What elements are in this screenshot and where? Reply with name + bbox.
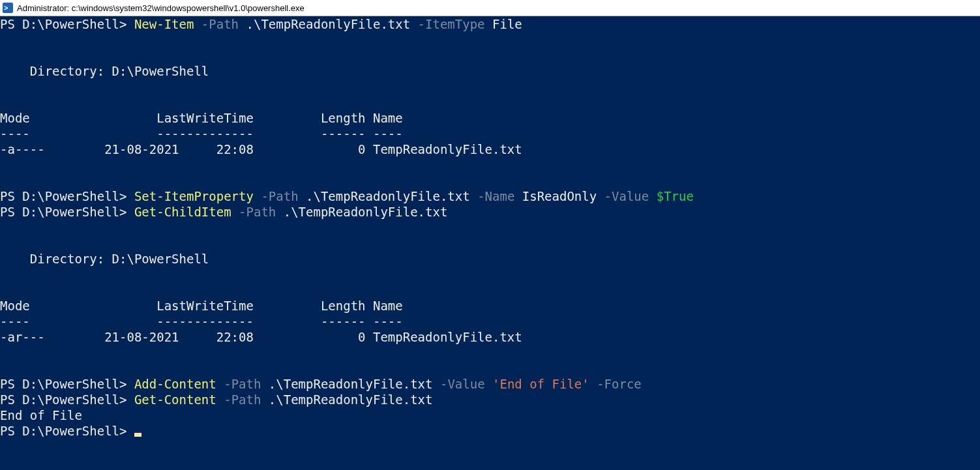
param: -Name <box>470 189 515 203</box>
cmdlet: Get-Content <box>134 392 216 407</box>
cmdlet: New-Item <box>134 17 194 31</box>
arg: .\TempReadonlyFile.txt <box>239 17 410 31</box>
arg: .\TempReadonlyFile.txt <box>261 377 432 391</box>
arg: .\TempReadonlyFile.txt <box>276 205 447 219</box>
arg: IsReadOnly <box>514 189 597 203</box>
window-titlebar[interactable]: Administrator: c:\windows\system32\windo… <box>0 0 980 16</box>
string-literal: 'End of File' <box>485 377 589 391</box>
table-separator: ---- ------------- ------ ---- <box>0 126 403 141</box>
param: -Path <box>231 205 276 219</box>
param: -Path <box>194 17 239 31</box>
table-row: -a---- 21-08-2021 22:08 0 TempReadonlyFi… <box>0 142 522 156</box>
cursor <box>134 433 141 437</box>
prompt: PS D:\PowerShell> <box>0 205 134 219</box>
prompt: PS D:\PowerShell> <box>0 377 134 391</box>
arg: .\TempReadonlyFile.txt <box>299 189 470 203</box>
output-line: End of File <box>0 408 82 422</box>
cmdlet: Add-Content <box>134 377 216 391</box>
table-header: Mode LastWriteTime Length Name <box>0 111 403 125</box>
cmdlet: Get-ChildItem <box>134 205 231 219</box>
window-title: Administrator: c:\windows\system32\windo… <box>17 3 304 13</box>
param: -Value <box>597 189 649 203</box>
prompt: PS D:\PowerShell> <box>0 424 134 438</box>
output-directory: Directory: D:\PowerShell <box>0 64 209 78</box>
cmdlet: Set-ItemProperty <box>134 189 254 203</box>
param: -ItemType <box>410 17 484 31</box>
arg: File <box>485 17 522 31</box>
param: -Path <box>216 392 261 407</box>
table-separator: ---- ------------- ------ ---- <box>0 314 403 329</box>
prompt: PS D:\PowerShell> <box>0 189 134 203</box>
param: -Force <box>589 377 642 391</box>
table-row: -ar--- 21-08-2021 22:08 0 TempReadonlyFi… <box>0 330 522 344</box>
terminal-area[interactable]: PS D:\PowerShell> New-Item -Path .\TempR… <box>0 16 980 470</box>
powershell-icon <box>3 3 13 13</box>
prompt: PS D:\PowerShell> <box>0 392 134 407</box>
table-header: Mode LastWriteTime Length Name <box>0 299 403 313</box>
arg: .\TempReadonlyFile.txt <box>261 392 432 407</box>
param: -Path <box>254 189 299 203</box>
variable: $True <box>649 189 694 203</box>
param: -Value <box>433 377 485 391</box>
param: -Path <box>216 377 261 391</box>
output-directory: Directory: D:\PowerShell <box>0 252 209 266</box>
prompt: PS D:\PowerShell> <box>0 17 134 31</box>
